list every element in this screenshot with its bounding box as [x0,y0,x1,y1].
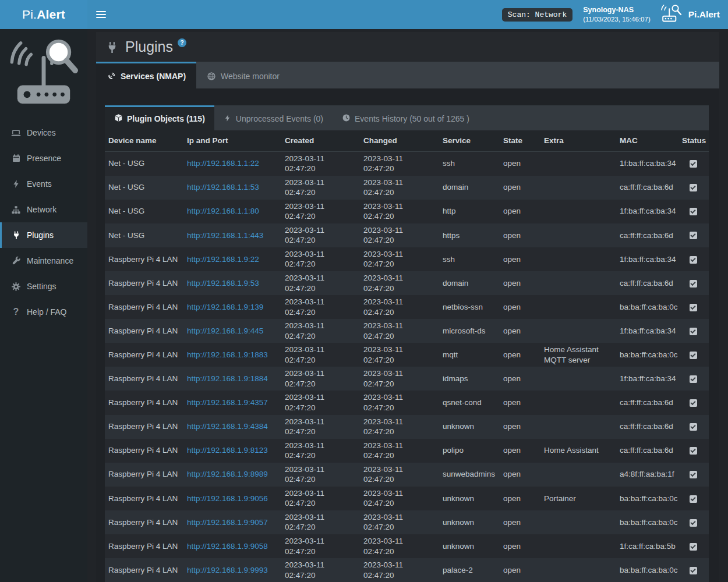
sidebar-item-events[interactable]: Events [0,171,87,197]
status-checkbox[interactable] [690,184,697,191]
navbar-main: Scan: Network Synology-NAS (11/03/2023, … [87,0,728,29]
sidebar-toggle-button[interactable] [87,0,114,29]
ip-port-link[interactable]: http://192.168.1.9:8989 [187,470,268,478]
table-row: Raspberry Pi 4 LANhttp://192.168.1.9:188… [105,343,709,367]
ip-port-link[interactable]: http://192.168.1.1:443 [187,231,263,240]
tab-services-nmap[interactable]: Services (NMAP) [96,62,196,88]
subtab-plugin-objects[interactable]: Plugin Objects (115) [105,105,214,130]
state-cell: open [500,463,540,487]
ip-port-link[interactable]: http://192.168.1.9:1884 [187,374,268,383]
app-logo[interactable]: Pi.Alert [0,0,87,29]
sidebar-logo [0,29,87,111]
status-cell [678,247,709,271]
status-checkbox[interactable] [690,375,697,383]
status-checkbox[interactable] [690,495,697,503]
status-checkbox[interactable] [690,352,697,359]
ip-port-link[interactable]: http://192.168.1.1:22 [187,159,259,168]
status-checkbox[interactable] [690,399,697,407]
device-name-cell: Raspberry Pi 4 LAN [105,271,183,295]
status-checkbox[interactable] [690,328,697,335]
device-name-cell: Raspberry Pi 4 LAN [105,558,183,582]
status-checkbox[interactable] [690,232,697,239]
created-cell: 2023-03-11 02:47:20 [281,510,360,534]
sidebar-item-maintenance[interactable]: Maintenance [0,248,87,274]
subtab-events-history[interactable]: Events History (50 out of 1265 ) [333,105,479,130]
ip-port-link[interactable]: http://192.168.1.9:9056 [187,494,268,503]
sidebar-item-plugins[interactable]: Plugins [0,222,87,248]
extra-cell [540,200,616,223]
ip-port-link[interactable]: http://192.168.1.9:4384 [187,422,268,431]
ip-port-link[interactable]: http://192.168.1.9:22 [187,255,259,264]
created-cell: 2023-03-11 02:47:20 [281,391,360,414]
tab-website-monitor[interactable]: Website monitor [196,62,290,88]
ip-port-link[interactable]: http://192.168.1.1:80 [187,207,259,215]
status-checkbox[interactable] [690,208,697,215]
col-ip-port: Ip and Port [183,130,281,151]
status-checkbox[interactable] [690,567,697,574]
status-checkbox[interactable] [690,423,697,431]
router-scan-icon [661,4,683,25]
bolt-icon [224,114,232,124]
brand-link[interactable]: Pi.Alert [661,4,720,25]
status-checkbox[interactable] [690,447,697,455]
sidebar-item-help[interactable]: ? Help / FAQ [0,299,87,325]
ip-port-link[interactable]: http://192.168.1.1:53 [187,183,259,191]
status-checkbox[interactable] [690,471,697,478]
ip-port-link[interactable]: http://192.168.1.9:4357 [187,398,268,407]
extra-cell [540,367,616,391]
service-cell: unknown [439,510,500,534]
service-cell: unknown [439,487,500,510]
ip-port-link[interactable]: http://192.168.1.9:8123 [187,446,268,455]
plugin-objects-table: Device name Ip and Port Created Changed … [105,130,709,582]
ip-port-link[interactable]: http://192.168.1.9:445 [187,327,263,335]
col-status: Status [678,130,709,151]
mac-cell: ca:ff:ff:ca:ba:6d [616,176,678,200]
ip-port-link[interactable]: http://192.168.1.9:9057 [187,518,268,527]
ip-port-link[interactable]: http://192.168.1.9:53 [187,279,259,288]
ip-port-link[interactable]: http://192.168.1.9:139 [187,303,263,311]
extra-cell: Portainer [540,487,616,510]
changed-cell: 2023-03-11 02:47:20 [360,510,439,534]
device-name-cell: Raspberry Pi 4 LAN [105,534,183,558]
col-service: Service [439,130,500,151]
sidebar-item-network[interactable]: Network [0,197,87,222]
status-checkbox[interactable] [690,543,697,551]
device-name-cell: Raspberry Pi 4 LAN [105,463,183,487]
created-cell: 2023-03-11 02:47:20 [281,439,360,463]
mac-cell: ca:ff:ff:ca:ba:6d [616,271,678,295]
sidebar-item-presence[interactable]: Presence [0,146,87,171]
sidebar-item-label: Devices [27,128,56,137]
ip-port-cell: http://192.168.1.1:443 [183,223,281,247]
device-name-cell: Net - USG [105,200,183,223]
sidebar-menu: Devices Presence Events Network Plugins [0,120,87,325]
changed-cell: 2023-03-11 02:47:20 [360,319,439,343]
ip-port-cell: http://192.168.1.9:4384 [183,415,281,439]
ip-port-cell: http://192.168.1.9:1883 [183,343,281,367]
ip-port-link[interactable]: http://192.168.1.9:9058 [187,542,268,551]
device-name-cell: Raspberry Pi 4 LAN [105,391,183,414]
ip-port-link[interactable]: http://192.168.1.9:1883 [187,350,268,359]
sidebar-item-settings[interactable]: Settings [0,274,87,299]
created-cell: 2023-03-11 02:47:20 [281,415,360,439]
status-checkbox[interactable] [690,519,697,527]
mac-cell: ba:ba:ff:ca:ba:0c [616,295,678,319]
created-cell: 2023-03-11 02:47:20 [281,463,360,487]
help-badge[interactable]: ? [178,38,186,47]
device-name-cell: Raspberry Pi 4 LAN [105,247,183,271]
table-row: Raspberry Pi 4 LANhttp://192.168.1.9:435… [105,391,709,414]
status-checkbox[interactable] [690,304,697,311]
status-checkbox[interactable] [690,280,697,288]
top-navbar: Pi.Alert Scan: Network Synology-NAS (11/… [0,0,728,29]
sidebar-item-devices[interactable]: Devices [0,120,87,146]
subtab-unprocessed-events[interactable]: Unprocessed Events (0) [214,105,333,130]
extra-cell [540,151,616,176]
status-checkbox[interactable] [690,256,697,264]
device-name-cell: Raspberry Pi 4 LAN [105,439,183,463]
status-checkbox[interactable] [690,160,697,168]
device-name-cell: Raspberry Pi 4 LAN [105,510,183,534]
extra-cell [540,223,616,247]
ip-port-link[interactable]: http://192.168.1.9:9993 [187,566,268,574]
created-cell: 2023-03-11 02:47:20 [281,295,360,319]
status-cell [678,487,709,510]
extra-cell: Home Assistant MQTT server [540,343,616,367]
